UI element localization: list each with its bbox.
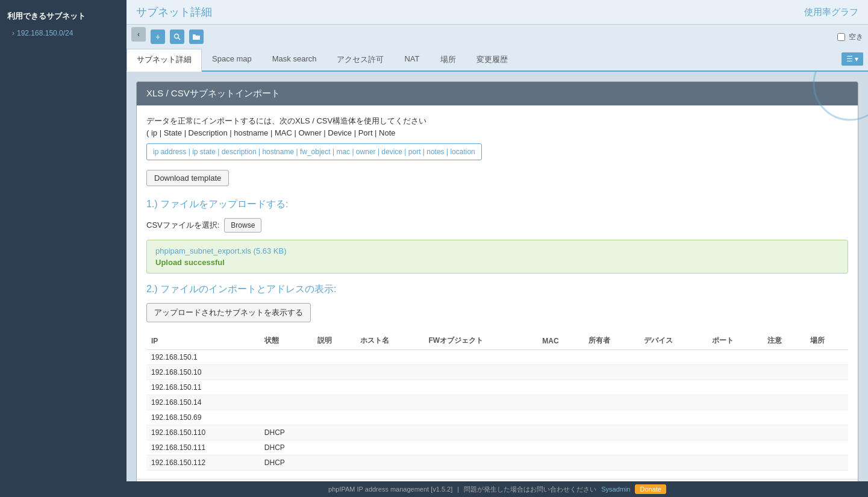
table-cell — [707, 365, 763, 380]
table-cell — [805, 365, 848, 380]
upload-success-box: phpipam_subnet_export.xls (5.63 KB) Uplo… — [146, 240, 848, 274]
view-toggle-button[interactable]: ☰ ▾ — [841, 52, 863, 66]
table-cell — [805, 350, 848, 365]
table-cell — [639, 410, 707, 425]
col-mac: MAC — [537, 332, 584, 350]
table-cell — [763, 425, 805, 440]
page-title: サブネット詳細 — [136, 5, 212, 19]
tab-history[interactable]: 変更履歴 — [466, 49, 518, 70]
table-cell — [584, 350, 639, 365]
modal-body: データを正常にインポートするには、次のXLS / CSV構造体を使用してください… — [137, 105, 858, 479]
col-ip: IP — [146, 332, 260, 350]
browse-button[interactable]: Browse — [224, 218, 261, 233]
upload-filename: phpipam_subnet_export.xls (5.63 KB) — [155, 246, 839, 255]
table-cell — [260, 350, 313, 365]
table-cell: 192.168.150.111 — [146, 440, 260, 455]
table-cell — [537, 425, 584, 440]
svg-point-0 — [175, 34, 179, 39]
upload-status: Upload successful — [155, 258, 839, 267]
table-cell — [805, 410, 848, 425]
tab-subnet-detail[interactable]: サブネット詳細 — [126, 49, 202, 72]
show-subnets-button[interactable]: アップロードされたサブネットを表示する — [146, 303, 311, 322]
table-cell — [313, 440, 355, 455]
table-cell: 192.168.150.11 — [146, 380, 260, 395]
table-cell — [584, 440, 639, 455]
table-cell — [355, 380, 423, 395]
add-button[interactable]: + — [151, 30, 165, 44]
content-area: サブネット詳細 使用率グラフ ‹ + 空き — [126, 0, 868, 497]
header: サブネット詳細 使用率グラフ — [126, 0, 868, 25]
table-row: 192.168.150.14 — [146, 395, 848, 410]
table-cell — [423, 410, 537, 425]
table-cell — [805, 380, 848, 395]
table-cell — [313, 395, 355, 410]
table-cell — [707, 395, 763, 410]
empty-checkbox[interactable] — [837, 33, 845, 41]
table-cell — [639, 440, 707, 455]
table-cell — [355, 395, 423, 410]
svg-line-1 — [178, 38, 180, 40]
table-cell — [423, 350, 537, 365]
table-cell — [355, 365, 423, 380]
table-cell — [805, 425, 848, 440]
table-cell — [763, 395, 805, 410]
table-cell — [639, 395, 707, 410]
col-port: ポート — [707, 332, 763, 350]
structure-box: ip address | ip state | description | ho… — [146, 143, 482, 160]
table-cell — [313, 425, 355, 440]
table-cell — [355, 455, 423, 470]
table-cell — [805, 455, 848, 470]
folder-button[interactable] — [189, 30, 204, 44]
col-device: デバイス — [639, 332, 707, 350]
search-button[interactable] — [170, 30, 184, 44]
footer-sysadmin[interactable]: Sysadmin — [601, 486, 630, 493]
section2-title: 2.) ファイルのインポートとアドレスの表示: — [146, 283, 848, 296]
table-cell — [260, 410, 313, 425]
col-desc: 説明 — [313, 332, 355, 350]
table-cell — [537, 395, 584, 410]
table-cell — [423, 380, 537, 395]
table-cell — [423, 425, 537, 440]
table-cell — [639, 365, 707, 380]
table-cell: 192.168.150.112 — [146, 455, 260, 470]
sidebar-title: 利用できるサブネット — [0, 6, 126, 27]
table-cell — [537, 350, 584, 365]
modal-header: XLS / CSVサブネットインポート — [137, 82, 858, 105]
table-cell — [537, 440, 584, 455]
table-cell — [584, 380, 639, 395]
footer-separator: | — [457, 486, 459, 493]
sidebar-subnet[interactable]: › 192.168.150.0/24 — [0, 27, 126, 42]
tab-mask-search[interactable]: Mask search — [262, 49, 327, 70]
table-cell — [584, 410, 639, 425]
tab-location[interactable]: 場所 — [430, 49, 466, 70]
table-cell — [805, 440, 848, 455]
modal-title: XLS / CSVサブネットインポート — [146, 88, 280, 98]
table-cell — [355, 440, 423, 455]
table-row: 192.168.150.112DHCP — [146, 455, 848, 470]
footer: phpIPAM IP address management [v1.5.2] |… — [126, 481, 868, 497]
table-cell: DHCP — [260, 440, 313, 455]
table-cell — [584, 455, 639, 470]
table-cell — [639, 425, 707, 440]
table-cell — [763, 410, 805, 425]
table-cell: 192.168.150.1 — [146, 350, 260, 365]
tab-space-map[interactable]: Space map — [202, 49, 262, 70]
table-cell: 192.168.150.14 — [146, 395, 260, 410]
table-cell — [537, 380, 584, 395]
download-template-button[interactable]: Download template — [146, 170, 229, 186]
tab-nat[interactable]: NAT — [394, 49, 429, 70]
back-button[interactable]: ‹ — [131, 27, 146, 42]
donate-button[interactable]: Donate — [635, 484, 666, 494]
table-cell — [537, 410, 584, 425]
table-cell — [423, 365, 537, 380]
footer-issue: 問題が発生した場合はお問い合わせください — [464, 485, 596, 494]
table-cell — [707, 380, 763, 395]
table-cell — [260, 380, 313, 395]
tabs: サブネット詳細 Space map Mask search アクセス許可 NAT… — [126, 49, 868, 72]
col-location: 場所 — [805, 332, 848, 350]
table-cell — [707, 410, 763, 425]
usage-graph-link[interactable]: 使用率グラフ — [804, 7, 858, 18]
table-cell — [355, 350, 423, 365]
table-cell: DHCP — [260, 425, 313, 440]
tab-access[interactable]: アクセス許可 — [326, 49, 394, 70]
